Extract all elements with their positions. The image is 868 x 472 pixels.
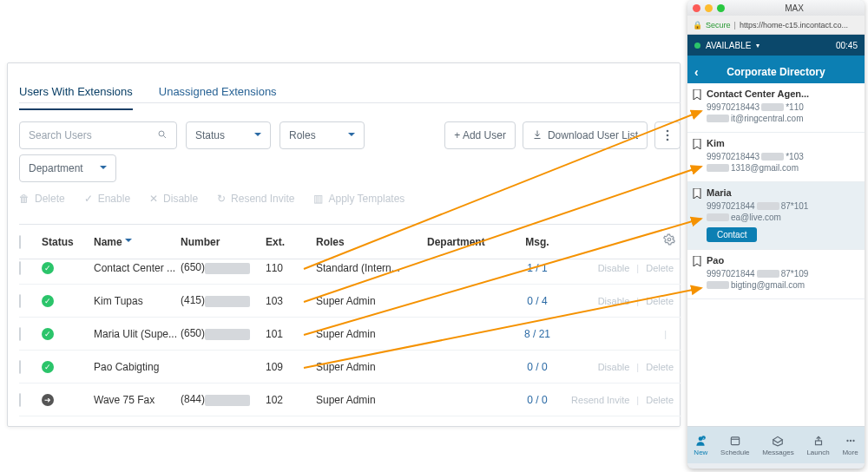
contact-button[interactable]: Contact bbox=[707, 227, 757, 242]
row-role: Super Admin bbox=[316, 361, 427, 373]
row-msg: 0 / 4 bbox=[507, 295, 568, 307]
svg-rect-11 bbox=[815, 441, 821, 445]
column-department[interactable]: Department bbox=[427, 236, 507, 248]
bookmark-icon bbox=[693, 188, 701, 199]
column-number[interactable]: Number bbox=[181, 236, 266, 248]
search-placeholder: Search Users bbox=[29, 129, 92, 141]
download-user-list-button[interactable]: Download User List bbox=[523, 121, 648, 149]
department-dropdown[interactable]: Department bbox=[19, 154, 116, 182]
row-actions: | bbox=[657, 329, 681, 339]
nav-schedule[interactable]: Schedule bbox=[720, 435, 749, 456]
row-ext: 103 bbox=[266, 295, 316, 307]
roles-dropdown[interactable]: Roles bbox=[279, 121, 365, 149]
agent-status-bar[interactable]: AVAILABLE▾ 00:45 bbox=[687, 35, 865, 56]
status-icon: ✓ bbox=[42, 295, 54, 307]
column-ext[interactable]: Ext. bbox=[266, 236, 316, 248]
contact-number: 99970218443*110 bbox=[707, 102, 856, 112]
column-msg[interactable]: Msg. bbox=[507, 236, 568, 248]
select-all-checkbox[interactable] bbox=[19, 235, 21, 249]
svg-point-12 bbox=[846, 439, 848, 441]
nav-messages[interactable]: Messages bbox=[762, 435, 793, 456]
search-input[interactable]: Search Users bbox=[19, 121, 177, 149]
row-action-1[interactable]: Disable bbox=[598, 296, 630, 306]
column-roles[interactable]: Roles bbox=[316, 236, 427, 248]
contact-name: Pao bbox=[707, 255, 856, 266]
filter-row: Search Users Status Roles bbox=[19, 121, 365, 149]
max-agent-window: MAX 🔒 Secure | https://home-c15.incontac… bbox=[687, 0, 865, 469]
status-dropdown[interactable]: Status bbox=[186, 121, 271, 149]
row-number: (844) bbox=[181, 393, 266, 405]
more-menu-button[interactable] bbox=[654, 121, 681, 149]
row-checkbox[interactable] bbox=[19, 294, 21, 308]
tab-users-with-extensions[interactable]: Users With Extensions bbox=[19, 80, 133, 110]
status-icon: ✓ bbox=[42, 262, 54, 274]
row-actions: Disable|Delete bbox=[598, 296, 681, 306]
row-action-2[interactable]: Delete bbox=[646, 296, 674, 306]
contact-email: 1318@gmail.com bbox=[707, 163, 856, 173]
table-row[interactable]: ✓Pao Cabigting109Super Admin0 / 0Disable… bbox=[19, 351, 681, 384]
directory-list[interactable]: Contact Center Agen...99970218443*110it@… bbox=[687, 83, 865, 427]
svg-rect-9 bbox=[731, 436, 739, 444]
row-ext: 110 bbox=[266, 262, 316, 274]
bulk-templates: ▥ Apply Templates bbox=[313, 193, 404, 205]
svg-text:+: + bbox=[703, 436, 705, 439]
bookmark-icon bbox=[693, 139, 701, 149]
contact-name: Maria bbox=[707, 187, 856, 198]
maximize-icon[interactable] bbox=[717, 4, 725, 12]
bookmark-icon bbox=[693, 256, 701, 266]
row-checkbox[interactable] bbox=[19, 360, 21, 374]
row-action-1[interactable]: Disable bbox=[598, 362, 630, 372]
bottom-nav: +New Schedule Messages Launch More bbox=[687, 427, 865, 463]
table-row[interactable]: ✓Maria Ulit (Supe...(650)101Super Admin8… bbox=[19, 318, 681, 351]
agent-timer: 00:45 bbox=[836, 41, 858, 50]
gear-icon[interactable] bbox=[663, 233, 675, 248]
row-action-2[interactable]: Delete bbox=[646, 395, 674, 405]
directory-contact[interactable]: Maria999702184487*101ea@live.comContact bbox=[687, 182, 865, 250]
download-icon bbox=[532, 129, 542, 142]
nav-new[interactable]: +New bbox=[694, 435, 707, 456]
directory-header: ‹ Corporate Directory bbox=[687, 61, 865, 83]
minimize-icon[interactable] bbox=[705, 4, 713, 12]
contact-email: it@ringcentral.com bbox=[707, 114, 856, 123]
lock-icon: 🔒 bbox=[693, 21, 702, 30]
back-icon[interactable]: ‹ bbox=[694, 65, 699, 79]
column-name[interactable]: Name bbox=[94, 235, 181, 248]
bookmark-icon bbox=[693, 89, 701, 100]
row-action-1[interactable]: Resend Invite bbox=[571, 395, 629, 405]
row-checkbox[interactable] bbox=[19, 393, 21, 407]
row-number: (650) bbox=[181, 327, 266, 339]
row-action-1[interactable]: Disable bbox=[598, 263, 630, 273]
roles-dropdown-label: Roles bbox=[289, 129, 316, 141]
table-row[interactable]: ✓Contact Center ...(650)110Standard (Int… bbox=[19, 252, 681, 285]
address-bar[interactable]: 🔒 Secure | https://home-c15.incontact.co… bbox=[687, 16, 865, 35]
row-actions: Disable|Delete bbox=[598, 263, 681, 273]
kebab-icon bbox=[666, 129, 669, 141]
nav-more[interactable]: More bbox=[842, 435, 858, 456]
row-msg: 0 / 0 bbox=[507, 394, 568, 406]
add-user-button[interactable]: + Add User bbox=[444, 121, 516, 149]
close-icon[interactable] bbox=[693, 4, 700, 12]
svg-point-2 bbox=[667, 130, 669, 133]
column-status[interactable]: Status bbox=[42, 236, 94, 248]
directory-contact[interactable]: Kim99970218443*1031318@gmail.com bbox=[687, 133, 865, 182]
add-user-label: + Add User bbox=[454, 129, 506, 141]
row-name: Contact Center ... bbox=[94, 262, 181, 274]
tab-unassigned-extensions[interactable]: Unassigned Extensions bbox=[159, 80, 277, 110]
directory-contact[interactable]: Pao999702184487*109bigting@gmail.com bbox=[687, 250, 865, 299]
row-action-2[interactable]: Delete bbox=[646, 263, 674, 273]
row-action-2[interactable]: Delete bbox=[646, 362, 674, 372]
row-number: (650) bbox=[181, 261, 266, 273]
svg-point-3 bbox=[667, 134, 669, 137]
contact-number: 999702184487*109 bbox=[707, 269, 856, 279]
directory-title: Corporate Directory bbox=[727, 66, 825, 78]
table-row[interactable]: ➜Wave 75 Fax(844)102Super Admin0 / 0Rese… bbox=[19, 384, 681, 416]
nav-launch[interactable]: Launch bbox=[806, 435, 829, 456]
row-checkbox[interactable] bbox=[19, 261, 21, 275]
mac-titlebar: MAX bbox=[687, 0, 865, 16]
row-role: Super Admin bbox=[316, 394, 427, 406]
window-title: MAX bbox=[785, 3, 804, 13]
table-row[interactable]: ✓Kim Tupas(415)103Super Admin0 / 4Disabl… bbox=[19, 285, 681, 318]
row-name: Kim Tupas bbox=[94, 295, 181, 307]
row-checkbox[interactable] bbox=[19, 327, 21, 341]
directory-contact[interactable]: Contact Center Agen...99970218443*110it@… bbox=[687, 83, 865, 133]
